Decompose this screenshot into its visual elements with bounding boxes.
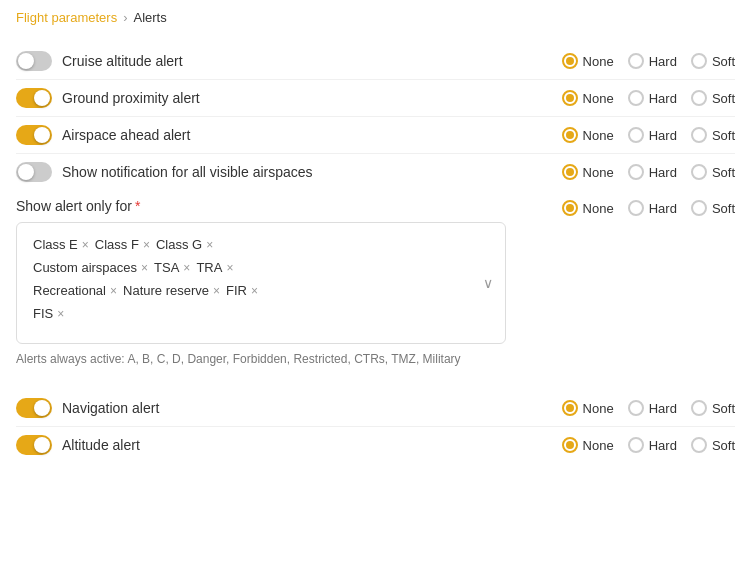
radio-circle-none [562, 200, 578, 216]
radio-label-hard: Hard [649, 91, 677, 106]
toggle-switch[interactable] [16, 125, 52, 145]
alert-label-area: Show notification for all visible airspa… [16, 162, 562, 182]
radio-label-soft: Soft [712, 401, 735, 416]
radio-option-soft[interactable]: Soft [691, 53, 735, 69]
toggle-switch[interactable] [16, 88, 52, 108]
tag-close-class-f[interactable]: × [143, 238, 150, 252]
radio-label-soft: Soft [712, 201, 735, 216]
tag-close-class-g[interactable]: × [206, 238, 213, 252]
tag-close-tra[interactable]: × [226, 261, 233, 275]
alert-rows-bottom: Navigation alertNoneHardSoftAltitude ale… [16, 390, 735, 463]
alert-label-text: Show notification for all visible airspa… [62, 164, 313, 180]
tag-tra: TRA × [196, 260, 233, 275]
radio-option-soft[interactable]: Soft [691, 90, 735, 106]
radio-option-hard[interactable]: Hard [628, 127, 677, 143]
radio-option-hard[interactable]: Hard [628, 200, 677, 216]
radio-circle-none [562, 437, 578, 453]
radio-option-soft[interactable]: Soft [691, 400, 735, 416]
toggle-switch[interactable] [16, 162, 52, 182]
radio-circle-none [562, 127, 578, 143]
radio-option-soft[interactable]: Soft [691, 164, 735, 180]
dropdown-chevron-icon[interactable]: ∨ [483, 275, 493, 291]
alert-row-show-notification: Show notification for all visible airspa… [16, 154, 735, 190]
tag-close-nature-reserve[interactable]: × [213, 284, 220, 298]
radio-label-none: None [583, 54, 614, 69]
tag-class-g: Class G × [156, 237, 213, 252]
radio-circle-soft [691, 200, 707, 216]
radio-group: NoneHardSoft [562, 400, 735, 416]
toggle-switch[interactable] [16, 435, 52, 455]
radio-label-soft: Soft [712, 165, 735, 180]
alert-label-area: Airspace ahead alert [16, 125, 562, 145]
radio-option-none[interactable]: None [562, 437, 614, 453]
radio-circle-soft [691, 437, 707, 453]
radio-option-hard[interactable]: Hard [628, 53, 677, 69]
tag-fir: FIR × [226, 283, 258, 298]
alert-label-text: Altitude alert [62, 437, 140, 453]
radio-option-none[interactable]: None [562, 53, 614, 69]
radio-label-hard: Hard [649, 54, 677, 69]
tag-close-class-e[interactable]: × [82, 238, 89, 252]
radio-label-soft: Soft [712, 91, 735, 106]
radio-label-hard: Hard [649, 165, 677, 180]
radio-group: NoneHardSoft [562, 53, 735, 69]
tags-container[interactable]: Class E × Class F × Class G × Custom air… [16, 222, 506, 344]
radio-circle-hard [628, 127, 644, 143]
alert-label-area: Altitude alert [16, 435, 562, 455]
tag-close-recreational[interactable]: × [110, 284, 117, 298]
radio-circle-soft [691, 400, 707, 416]
radio-option-none[interactable]: None [562, 90, 614, 106]
tag-close-fis[interactable]: × [57, 307, 64, 321]
breadcrumb-current: Alerts [134, 10, 167, 25]
radio-label-none: None [583, 165, 614, 180]
tag-fis: FIS × [33, 306, 64, 321]
alert-label-text: Navigation alert [62, 400, 159, 416]
radio-label-none: None [583, 201, 614, 216]
radio-circle-hard [628, 90, 644, 106]
alert-row-navigation: Navigation alertNoneHardSoft [16, 390, 735, 427]
tag-close-custom-airspaces[interactable]: × [141, 261, 148, 275]
alert-row-ground-proximity: Ground proximity alertNoneHardSoft [16, 80, 735, 117]
required-star: * [135, 198, 140, 214]
tag-close-tsa[interactable]: × [183, 261, 190, 275]
radio-label-hard: Hard [649, 128, 677, 143]
alert-label-area: Navigation alert [16, 398, 562, 418]
alert-label-area: Ground proximity alert [16, 88, 562, 108]
radio-label-none: None [583, 401, 614, 416]
tag-close-fir[interactable]: × [251, 284, 258, 298]
toggle-switch[interactable] [16, 398, 52, 418]
radio-option-hard[interactable]: Hard [628, 400, 677, 416]
breadcrumb-link[interactable]: Flight parameters [16, 10, 117, 25]
tag-nature-reserve: Nature reserve × [123, 283, 220, 298]
radio-option-none[interactable]: None [562, 400, 614, 416]
alert-row-altitude: Altitude alertNoneHardSoft [16, 427, 735, 463]
radio-label-hard: Hard [649, 401, 677, 416]
alert-label-area: Cruise altitude alert [16, 51, 562, 71]
radio-option-hard[interactable]: Hard [628, 437, 677, 453]
radio-option-hard[interactable]: Hard [628, 164, 677, 180]
radio-option-soft[interactable]: Soft [691, 127, 735, 143]
radio-option-soft[interactable]: Soft [691, 437, 735, 453]
alert-row-cruise-altitude: Cruise altitude alertNoneHardSoft [16, 43, 735, 80]
tags-row-4: FIS × [33, 306, 489, 321]
radio-option-none[interactable]: None [562, 127, 614, 143]
radio-circle-soft [691, 53, 707, 69]
radio-circle-none [562, 53, 578, 69]
radio-circle-hard [628, 200, 644, 216]
show-alert-label: Show alert only for [16, 198, 132, 214]
radio-circle-none [562, 164, 578, 180]
toggle-switch[interactable] [16, 51, 52, 71]
radio-option-hard[interactable]: Hard [628, 90, 677, 106]
radio-option-soft[interactable]: Soft [691, 200, 735, 216]
tags-row-2: Custom airspaces × TSA × TRA × [33, 260, 489, 275]
radio-group: NoneHardSoft [562, 200, 735, 216]
alert-label-text: Airspace ahead alert [62, 127, 190, 143]
radio-label-hard: Hard [649, 201, 677, 216]
radio-label-soft: Soft [712, 128, 735, 143]
radio-group: NoneHardSoft [562, 437, 735, 453]
tags-row-1: Class E × Class F × Class G × [33, 237, 489, 252]
radio-circle-soft [691, 90, 707, 106]
radio-option-none[interactable]: None [562, 164, 614, 180]
radio-option-none[interactable]: None [562, 200, 614, 216]
radio-circle-hard [628, 53, 644, 69]
